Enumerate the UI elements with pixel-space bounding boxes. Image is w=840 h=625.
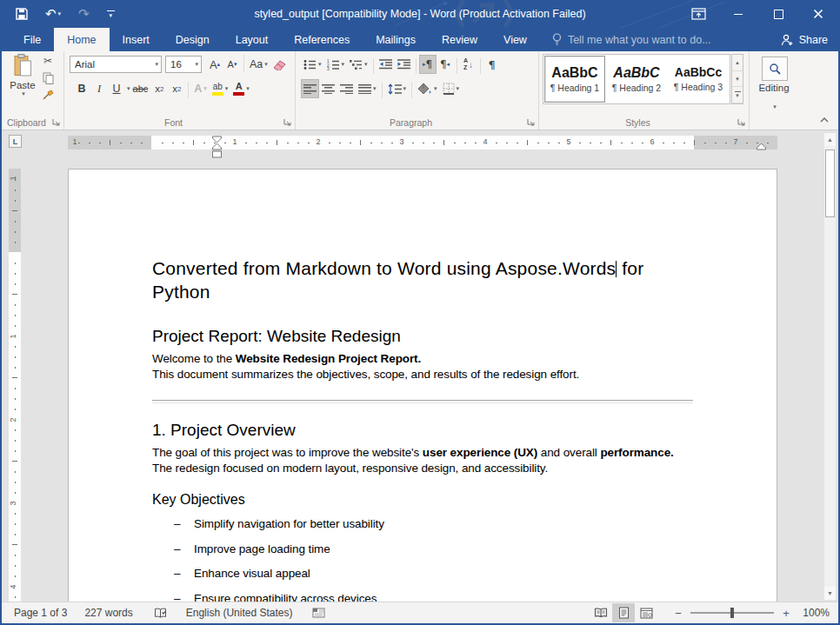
styles-scroll-down-button[interactable]: ▼ (732, 71, 743, 88)
paste-dropdown-arrow[interactable]: ▾ (22, 90, 25, 97)
change-case-button[interactable]: Aa▾ (247, 55, 270, 74)
collapse-ribbon-button[interactable] (817, 114, 831, 126)
scroll-up-button[interactable]: ▲ (824, 133, 836, 146)
multilevel-list-button[interactable]: ▾ (347, 55, 370, 74)
style-heading3-card[interactable]: AaBbCc ¶ Heading 3 (668, 56, 729, 103)
ltr-text-direction-button[interactable]: ▸¶ (419, 55, 437, 74)
zoom-level[interactable]: 100% (793, 607, 830, 619)
ruler-number: 2 (316, 137, 320, 146)
page-indicator[interactable]: Page 1 of 3 (14, 607, 67, 619)
subscript-button[interactable]: x2 (150, 79, 168, 98)
align-right-button[interactable] (337, 79, 356, 98)
paste-button[interactable]: Paste ▾ (5, 54, 40, 115)
increase-indent-button[interactable] (395, 55, 413, 74)
tab-file[interactable]: File (10, 28, 54, 51)
tell-me-box[interactable]: Tell me what you want to do... (552, 28, 711, 51)
ruler-tick (183, 143, 184, 144)
ruler-number: 1 (9, 176, 17, 180)
customize-qat-button[interactable]: ▾ (107, 10, 115, 18)
tab-design[interactable]: Design (163, 28, 223, 51)
scrollbar-thumb[interactable] (825, 150, 835, 217)
font-dialog-launcher[interactable] (283, 117, 292, 127)
tab-mailings[interactable]: Mailings (363, 28, 429, 51)
rtl-text-direction-button[interactable]: ¶◂ (437, 55, 454, 74)
keyboard-layout-button[interactable] (312, 608, 325, 618)
find-button[interactable] (762, 57, 788, 81)
vertical-scrollbar[interactable]: ▲ ▼ (823, 132, 837, 601)
align-center-button[interactable] (319, 79, 337, 98)
font-name-select[interactable]: Arial ▾ (70, 56, 162, 73)
bullet-list-icon (303, 59, 317, 70)
proofing-status-button[interactable] (154, 608, 167, 619)
tab-view[interactable]: View (490, 28, 540, 51)
numbering-button[interactable]: 123 ▾ (324, 55, 348, 74)
bullets-button[interactable]: ▾ (301, 55, 324, 74)
underline-button[interactable]: U (108, 79, 125, 98)
grow-font-button[interactable]: A▴ (206, 55, 223, 74)
sort-button[interactable]: AZ ↓ (460, 55, 477, 74)
justify-button[interactable]: ▾ (356, 79, 379, 98)
web-layout-button[interactable] (635, 603, 657, 622)
language-indicator[interactable]: English (United States) (186, 607, 293, 619)
text-effects-button[interactable]: A▾ (191, 79, 210, 98)
paragraph-dialog-launcher[interactable] (526, 117, 536, 127)
document-page[interactable]: Converted from Markdown to Word using As… (68, 169, 777, 602)
zoom-slider-track[interactable] (690, 612, 774, 614)
styles-dialog-launcher[interactable] (737, 117, 746, 127)
format-painter-icon[interactable] (42, 90, 54, 101)
align-left-button[interactable] (301, 79, 319, 98)
copy-icon[interactable] (43, 72, 54, 84)
word-count[interactable]: 227 words (84, 607, 132, 619)
ruler-tick (15, 367, 17, 369)
shrink-font-button[interactable]: A▾ (223, 55, 241, 74)
scroll-down-button[interactable]: ▼ (824, 587, 836, 600)
tab-references[interactable]: References (281, 28, 363, 51)
undo-dropdown-arrow[interactable]: ▾ (58, 10, 62, 17)
tab-home[interactable]: Home (54, 28, 109, 51)
editing-dropdown-arrow[interactable]: ▾ (773, 103, 777, 110)
tab-layout[interactable]: Layout (223, 28, 282, 51)
minimize-button[interactable] (718, 0, 758, 28)
print-layout-button[interactable] (612, 603, 635, 622)
line-spacing-button[interactable]: ▾ (385, 79, 410, 98)
borders-button[interactable]: ▾ (440, 79, 463, 98)
left-arrow-icon: ◂ (447, 61, 450, 68)
tab-insert[interactable]: Insert (110, 28, 163, 51)
save-button[interactable] (16, 8, 28, 20)
styles-scroll-up-button[interactable]: ▲ (732, 55, 743, 71)
svg-text:3: 3 (327, 67, 330, 70)
share-button[interactable]: Share (781, 28, 828, 51)
highlight-button[interactable]: ab ▾ (210, 79, 231, 98)
indent-markers[interactable] (211, 136, 223, 159)
italic-button[interactable]: I (90, 79, 108, 98)
right-indent-marker[interactable] (756, 143, 767, 150)
zoom-out-button[interactable]: − (671, 607, 685, 620)
ribbon-display-options-button[interactable] (678, 0, 718, 28)
zoom-in-button[interactable]: + (779, 607, 793, 620)
strikethrough-button[interactable]: abc (130, 79, 151, 98)
undo-button[interactable]: ↶ ▾ (45, 8, 61, 21)
ruler-tick (15, 356, 17, 358)
tab-stop-selector[interactable]: L (9, 135, 22, 148)
decrease-indent-button[interactable] (377, 55, 395, 74)
show-hide-formatting-button[interactable]: ¶ (483, 55, 501, 74)
redo-button[interactable]: ↷ (78, 8, 90, 21)
zoom-slider-handle[interactable] (730, 608, 734, 618)
read-mode-button[interactable] (590, 603, 612, 622)
close-button[interactable] (798, 0, 838, 28)
clipboard-dialog-launcher[interactable] (51, 117, 61, 127)
style-heading1-card[interactable]: AaBbC ¶ Heading 1 (544, 56, 605, 103)
clear-formatting-button[interactable] (270, 55, 290, 74)
font-size-select[interactable]: 16 ▾ (165, 56, 202, 73)
ruler-tick (245, 143, 247, 144)
shading-button[interactable]: ▾ (415, 79, 440, 98)
tab-review[interactable]: Review (429, 28, 490, 51)
styles-more-button[interactable]: ▼ (732, 87, 743, 103)
style-heading2-card[interactable]: AaBbC ¶ Heading 2 (606, 56, 667, 103)
maximize-button[interactable] (758, 0, 798, 28)
horizontal-rule (152, 400, 693, 403)
bold-button[interactable]: B (73, 79, 90, 98)
font-color-button[interactable]: A ▾ (230, 79, 252, 98)
cut-icon[interactable]: ✂ (43, 55, 52, 67)
superscript-button[interactable]: x2 (168, 79, 185, 98)
